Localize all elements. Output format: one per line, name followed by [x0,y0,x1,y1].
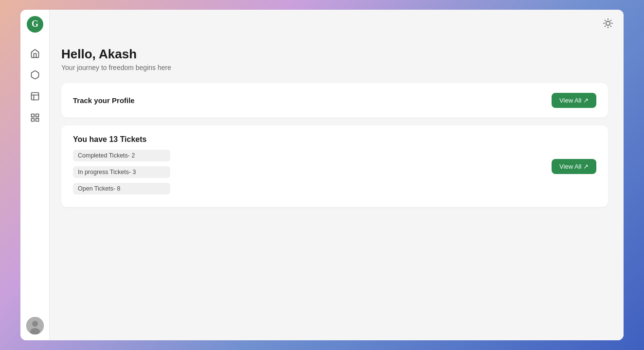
svg-point-10 [32,321,38,327]
tickets-card-header: You have 13 Tickets Completed Tickets- 2… [73,135,596,197]
top-header [50,10,624,37]
sidebar-item-home[interactable] [26,45,44,62]
app-window: G [20,10,624,340]
svg-rect-2 [31,93,38,100]
svg-text:G: G [31,19,38,29]
content-area: Hello, Akash Your journey to freedom beg… [50,37,624,340]
ticket-status-item: Open Tickets- 8 [73,183,170,194]
tickets-view-all-button[interactable]: View All ↗ [552,159,596,174]
sidebar: G [20,10,50,340]
svg-point-12 [606,21,610,25]
svg-line-19 [605,26,606,26]
sidebar-item-grid[interactable] [26,109,44,126]
ticket-status-item: Completed Tickets- 2 [73,150,170,161]
greeting-title: Hello, Akash [61,47,608,62]
user-avatar-container[interactable] [26,317,44,334]
sidebar-item-box[interactable] [26,66,44,84]
svg-rect-8 [36,119,38,122]
greeting-subtitle: Your journey to freedom begins here [61,64,608,71]
main-content: Hello, Akash Your journey to freedom beg… [50,10,624,340]
svg-line-15 [605,20,606,21]
profile-card-header: Track your Profile View All ↗ [73,93,596,108]
avatar [26,317,44,334]
profile-view-all-button[interactable]: View All ↗ [552,93,596,108]
profile-card: Track your Profile View All ↗ [61,83,608,118]
app-logo: G [26,16,44,33]
svg-line-16 [610,26,611,26]
svg-rect-6 [36,114,38,117]
tickets-summary-section: You have 13 Tickets Completed Tickets- 2… [73,135,170,197]
profile-card-title: Track your Profile [73,96,135,105]
sidebar-item-document[interactable] [26,88,44,105]
tickets-card: You have 13 Tickets Completed Tickets- 2… [61,125,608,207]
svg-rect-7 [31,119,34,122]
svg-rect-5 [31,114,34,117]
svg-line-20 [610,20,611,21]
tickets-summary: You have 13 Tickets [73,135,170,144]
ticket-statuses-list: Completed Tickets- 2In progress Tickets-… [73,150,170,197]
theme-toggle-button[interactable] [600,16,616,31]
ticket-status-item: In progress Tickets- 3 [73,166,170,178]
